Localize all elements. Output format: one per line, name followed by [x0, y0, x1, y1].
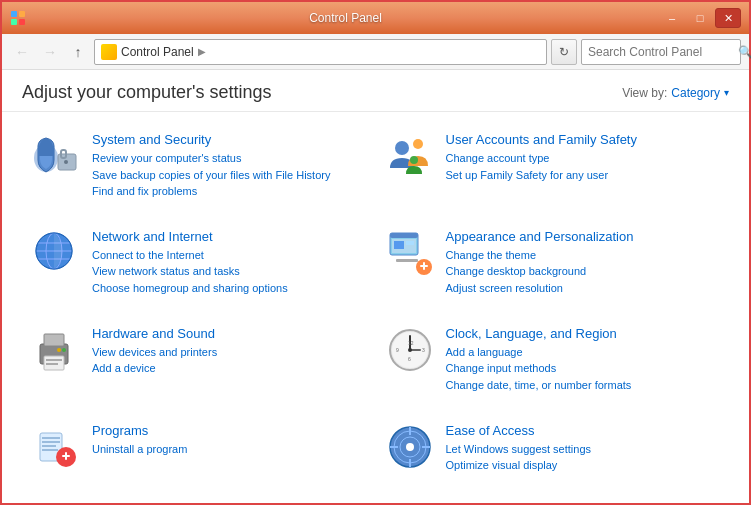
section-link-clock-language-2[interactable]: Change date, time, or number formats — [446, 377, 720, 394]
search-input[interactable] — [588, 45, 738, 59]
view-by-value[interactable]: Category — [671, 86, 720, 100]
back-button[interactable]: ← — [10, 40, 34, 64]
svg-rect-21 — [406, 241, 414, 245]
svg-rect-22 — [396, 259, 418, 262]
section-content-appearance: Appearance and PersonalizationChange the… — [446, 229, 720, 297]
forward-button[interactable]: → — [38, 40, 62, 64]
section-link-system-security-2[interactable]: Find and fix problems — [92, 183, 366, 200]
svg-rect-27 — [44, 334, 64, 346]
section-title-hardware-sound[interactable]: Hardware and Sound — [92, 326, 366, 341]
svg-point-9 — [413, 139, 423, 149]
section-user-accounts: User Accounts and Family SafetyChange ac… — [376, 122, 730, 219]
globe-icon — [32, 229, 80, 277]
section-system-security: System and SecurityReview your computer'… — [22, 122, 376, 219]
section-link-appearance-2[interactable]: Adjust screen resolution — [446, 280, 720, 297]
svg-text:6: 6 — [408, 356, 411, 362]
section-link-programs-0[interactable]: Uninstall a program — [92, 441, 366, 458]
svg-rect-45 — [42, 445, 56, 447]
svg-rect-46 — [42, 449, 58, 451]
section-title-appearance[interactable]: Appearance and Personalization — [446, 229, 720, 244]
section-programs: ProgramsUninstall a program — [22, 413, 376, 493]
window-title: Control Panel — [32, 11, 659, 25]
section-link-system-security-1[interactable]: Save backup copies of your files with Fi… — [92, 167, 366, 184]
printer-icon — [32, 326, 80, 374]
svg-text:12: 12 — [408, 340, 414, 346]
svg-point-7 — [64, 160, 68, 164]
content-area: Adjust your computer's settings View by:… — [2, 70, 749, 503]
section-ease-of-access: Ease of AccessLet Windows suggest settin… — [376, 413, 730, 493]
breadcrumb-folder-icon — [101, 44, 117, 60]
svg-rect-20 — [394, 241, 404, 249]
breadcrumb-text: Control Panel — [121, 45, 194, 59]
section-link-user-accounts-1[interactable]: Set up Family Safety for any user — [446, 167, 720, 184]
breadcrumb-arrow: ▶ — [198, 46, 206, 57]
address-field[interactable]: Control Panel ▶ — [94, 39, 547, 65]
section-content-user-accounts: User Accounts and Family SafetyChange ac… — [446, 132, 720, 183]
section-link-network-internet-0[interactable]: Connect to the Internet — [92, 247, 366, 264]
section-hardware-sound: Hardware and SoundView devices and print… — [22, 316, 376, 413]
section-link-network-internet-2[interactable]: Choose homegroup and sharing options — [92, 280, 366, 297]
panel-grid: System and SecurityReview your computer'… — [2, 112, 749, 503]
svg-point-10 — [410, 156, 418, 164]
svg-rect-29 — [46, 359, 62, 361]
section-title-network-internet[interactable]: Network and Internet — [92, 229, 366, 244]
search-icon: 🔍 — [738, 45, 751, 59]
maximize-button[interactable]: □ — [687, 8, 713, 28]
section-link-ease-of-access-0[interactable]: Let Windows suggest settings — [446, 441, 720, 458]
users-icon — [386, 132, 434, 180]
svg-rect-1 — [19, 11, 25, 17]
window-controls: – □ ✕ — [659, 8, 741, 28]
programs-icon — [32, 423, 80, 471]
svg-rect-3 — [19, 19, 25, 25]
section-link-system-security-0[interactable]: Review your computer's status — [92, 150, 366, 167]
page-title: Adjust your computer's settings — [22, 82, 272, 103]
clock-icon: 12 3 6 9 — [386, 326, 434, 374]
refresh-button[interactable]: ↻ — [551, 39, 577, 65]
control-panel-window: Control Panel – □ ✕ ← → ↑ Control Panel … — [0, 0, 751, 505]
ease-icon — [386, 423, 434, 471]
view-by-arrow[interactable]: ▾ — [724, 87, 729, 98]
section-link-network-internet-1[interactable]: View network status and tasks — [92, 263, 366, 280]
section-appearance: Appearance and PersonalizationChange the… — [376, 219, 730, 316]
svg-point-31 — [62, 348, 66, 352]
section-content-ease-of-access: Ease of AccessLet Windows suggest settin… — [446, 423, 720, 474]
section-link-hardware-sound-0[interactable]: View devices and printers — [92, 344, 366, 361]
svg-text:3: 3 — [422, 347, 425, 353]
section-content-clock-language: Clock, Language, and RegionAdd a languag… — [446, 326, 720, 394]
appearance-icon — [386, 229, 434, 277]
section-title-programs[interactable]: Programs — [92, 423, 366, 438]
section-title-ease-of-access[interactable]: Ease of Access — [446, 423, 720, 438]
section-link-appearance-1[interactable]: Change desktop background — [446, 263, 720, 280]
section-link-clock-language-0[interactable]: Add a language — [446, 344, 720, 361]
title-bar: Control Panel – □ ✕ — [2, 2, 749, 34]
svg-rect-44 — [42, 441, 60, 443]
close-button[interactable]: ✕ — [715, 8, 741, 28]
address-bar: ← → ↑ Control Panel ▶ ↻ 🔍 — [2, 34, 749, 70]
section-link-hardware-sound-1[interactable]: Add a device — [92, 360, 366, 377]
svg-point-32 — [57, 348, 61, 352]
section-title-system-security[interactable]: System and Security — [92, 132, 366, 147]
section-content-programs: ProgramsUninstall a program — [92, 423, 366, 458]
section-link-appearance-0[interactable]: Change the theme — [446, 247, 720, 264]
shield-icon — [32, 132, 80, 180]
svg-rect-0 — [11, 11, 17, 17]
section-content-system-security: System and SecurityReview your computer'… — [92, 132, 366, 200]
search-box[interactable]: 🔍 — [581, 39, 741, 65]
section-title-clock-language[interactable]: Clock, Language, and Region — [446, 326, 720, 341]
section-link-clock-language-1[interactable]: Change input methods — [446, 360, 720, 377]
svg-point-53 — [406, 443, 414, 451]
svg-rect-43 — [42, 437, 60, 439]
section-link-ease-of-access-1[interactable]: Optimize visual display — [446, 457, 720, 474]
section-link-user-accounts-0[interactable]: Change account type — [446, 150, 720, 167]
svg-rect-25 — [423, 262, 425, 270]
section-clock-language: 12 3 6 9 Clock, Language, and RegionAdd … — [376, 316, 730, 413]
section-title-user-accounts[interactable]: User Accounts and Family Safety — [446, 132, 720, 147]
svg-point-8 — [395, 141, 409, 155]
section-network-internet: Network and InternetConnect to the Inter… — [22, 219, 376, 316]
up-button[interactable]: ↑ — [66, 40, 90, 64]
section-content-network-internet: Network and InternetConnect to the Inter… — [92, 229, 366, 297]
minimize-button[interactable]: – — [659, 8, 685, 28]
breadcrumb: Control Panel ▶ — [101, 44, 540, 60]
svg-rect-30 — [46, 363, 58, 365]
window-icon — [10, 10, 26, 26]
